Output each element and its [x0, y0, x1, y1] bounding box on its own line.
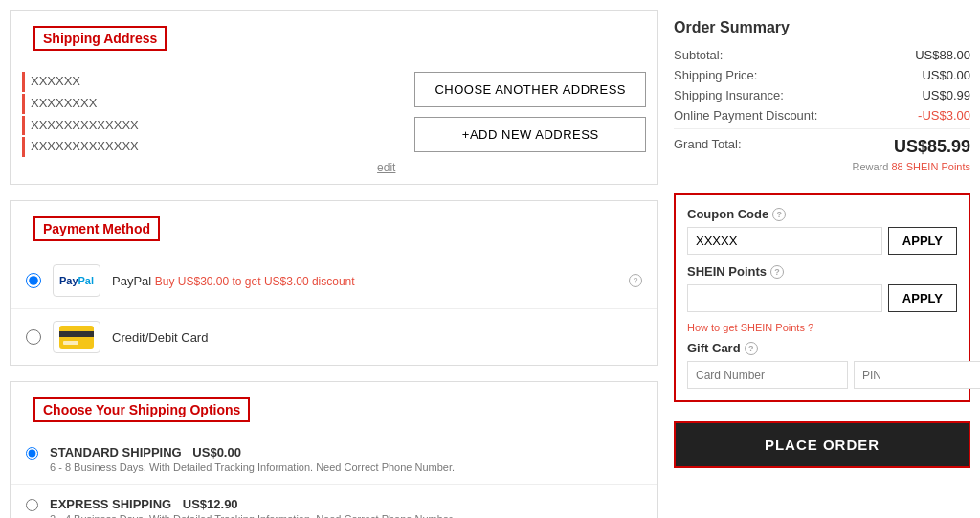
payment-option-card: Credit/Debit Card — [11, 309, 657, 365]
paypal-promo: Buy US$30.00 to get US$3.00 discount — [155, 275, 355, 288]
reward-suffix: SHEIN Points — [906, 161, 970, 172]
reward-points: 88 — [891, 161, 902, 172]
paypal-icon: PayPal — [53, 264, 100, 297]
coupon-input-row: APPLY — [687, 227, 957, 255]
grand-total-row: Grand Total: US$85.99 — [674, 128, 970, 157]
summary-row-value: -US$3.00 — [918, 108, 970, 123]
standard-shipping-name: STANDARD SHIPPING — [50, 445, 182, 460]
shein-points-link[interactable]: How to get SHEIN Points ? — [687, 322, 957, 333]
add-address-button[interactable]: +ADD NEW ADDRESS — [414, 117, 646, 152]
summary-row-value: US$0.00 — [922, 68, 970, 82]
order-summary-container: Order Summary Subtotal:US$88.00Shipping … — [674, 10, 970, 193]
coupon-apply-button[interactable]: APPLY — [888, 227, 957, 255]
payment-method-title: Payment Method — [33, 216, 160, 241]
express-shipping-radio[interactable] — [26, 499, 38, 511]
address-buttons: CHOOSE ANOTHER ADDRESS +ADD NEW ADDRESS — [414, 72, 646, 152]
summary-row: Shipping Insurance:US$0.99 — [674, 88, 970, 102]
order-summary-title: Order Summary — [674, 19, 970, 36]
gift-card-pin-input[interactable] — [854, 361, 980, 389]
paypal-logo: PayPal — [59, 275, 94, 286]
paypal-label-container: PayPal Buy US$30.00 to get US$3.00 disco… — [112, 274, 355, 288]
gift-card-input-row: APPLY — [687, 361, 957, 389]
main-container: Shipping Address XXXXXXXXXXXXXXXXXXXXXXX… — [0, 0, 980, 518]
svg-rect-1 — [59, 331, 94, 337]
coupon-shein-gift-section: Coupon Code ? APPLY SHEIN Points ? APPLY… — [674, 193, 970, 402]
grand-total-value: US$85.99 — [894, 137, 970, 157]
summary-row: Subtotal:US$88.00 — [674, 48, 970, 62]
coupon-code-label: Coupon Code ? — [687, 207, 957, 221]
express-shipping-details: EXPRESS SHIPPING US$12.90 2 - 4 Business… — [50, 497, 642, 518]
summary-row-value: US$0.99 — [922, 88, 970, 102]
shein-points-input-row: APPLY — [687, 284, 957, 312]
summary-row-label: Subtotal: — [674, 48, 723, 62]
address-line: XXXXXXXXXXXXX — [22, 116, 395, 136]
summary-row-value: US$88.00 — [915, 48, 970, 62]
coupon-label-text: Coupon Code — [687, 207, 768, 221]
express-shipping-option: EXPRESS SHIPPING US$12.90 2 - 4 Business… — [11, 485, 657, 518]
card-icon-container — [53, 321, 100, 353]
shein-points-label: SHEIN Points ? — [687, 264, 957, 279]
standard-shipping-radio[interactable] — [26, 447, 38, 460]
shipping-options-section: Choose Your Shipping Options STANDARD SH… — [10, 381, 658, 518]
address-line: XXXXXXXXXXXXX — [22, 137, 395, 157]
shein-points-input[interactable] — [687, 284, 882, 312]
standard-shipping-option: STANDARD SHIPPING US$0.00 6 - 8 Business… — [11, 434, 657, 485]
express-shipping-header: EXPRESS SHIPPING US$12.90 — [50, 497, 642, 511]
paypal-help-icon[interactable]: ? — [629, 274, 642, 287]
standard-shipping-desc: 6 - 8 Business Days. With Detailed Track… — [50, 462, 642, 473]
standard-shipping-details: STANDARD SHIPPING US$0.00 6 - 8 Business… — [50, 445, 642, 473]
summary-row-label: Shipping Price: — [674, 68, 757, 82]
coupon-input[interactable] — [687, 227, 882, 255]
place-order-button[interactable]: PLACE ORDER — [674, 421, 970, 468]
shipping-options-title: Choose Your Shipping Options — [33, 397, 250, 422]
paypal-label: PayPal — [112, 274, 155, 288]
shipping-address-section: Shipping Address XXXXXXXXXXXXXXXXXXXXXXX… — [10, 10, 658, 185]
summary-row-label: Online Payment Discount: — [674, 108, 817, 123]
shein-points-apply-button[interactable]: APPLY — [888, 284, 957, 312]
shein-points-label-text: SHEIN Points — [687, 264, 767, 279]
summary-row: Shipping Price:US$0.00 — [674, 68, 970, 82]
summary-row-label: Shipping Insurance: — [674, 88, 784, 102]
standard-shipping-price: US$0.00 — [192, 445, 241, 460]
coupon-help-icon[interactable]: ? — [772, 208, 786, 221]
shein-points-help-icon[interactable]: ? — [770, 265, 784, 279]
address-edit-link[interactable]: edit — [22, 161, 395, 174]
address-line: XXXXXXXX — [22, 94, 395, 114]
svg-rect-2 — [63, 341, 78, 345]
choose-address-button[interactable]: CHOOSE ANOTHER ADDRESS — [414, 72, 646, 107]
summary-rows: Subtotal:US$88.00Shipping Price:US$0.00S… — [674, 48, 970, 123]
gift-card-label: Gift Card ? — [687, 341, 957, 355]
summary-row: Online Payment Discount:-US$3.00 — [674, 108, 970, 123]
gift-card-number-input[interactable] — [687, 361, 848, 389]
reward-text: Reward 88 SHEIN Points — [674, 161, 970, 172]
payment-option-paypal: PayPal PayPal Buy US$30.00 to get US$3.0… — [11, 253, 657, 309]
express-shipping-desc: 2 - 4 Business Days. With Detailed Track… — [50, 513, 642, 518]
address-line: XXXXXX — [22, 72, 395, 92]
card-radio[interactable] — [26, 329, 41, 345]
express-shipping-price: US$12.90 — [183, 497, 238, 511]
grand-total-label: Grand Total: — [674, 137, 742, 157]
card-label: Credit/Debit Card — [112, 330, 208, 345]
gift-card-label-text: Gift Card — [687, 341, 741, 355]
left-panel: Shipping Address XXXXXXXXXXXXXXXXXXXXXXX… — [10, 10, 658, 518]
standard-shipping-header: STANDARD SHIPPING US$0.00 — [50, 445, 642, 460]
right-panel: Order Summary Subtotal:US$88.00Shipping … — [674, 10, 970, 518]
address-left: XXXXXXXXXXXXXXXXXXXXXXXXXXXXXXXXXXXXXXXX… — [22, 72, 395, 174]
credit-card-icon — [59, 326, 94, 349]
address-lines-container: XXXXXXXXXXXXXXXXXXXXXXXXXXXXXXXXXXXXXXXX — [22, 72, 395, 157]
express-shipping-name: EXPRESS SHIPPING — [50, 497, 171, 511]
shipping-address-title: Shipping Address — [33, 26, 167, 51]
payment-method-section: Payment Method PayPal PayPal Buy US$30.0… — [10, 200, 658, 366]
paypal-radio[interactable] — [26, 273, 41, 288]
gift-card-help-icon[interactable]: ? — [745, 342, 758, 355]
address-content: XXXXXXXXXXXXXXXXXXXXXXXXXXXXXXXXXXXXXXXX… — [11, 62, 657, 184]
